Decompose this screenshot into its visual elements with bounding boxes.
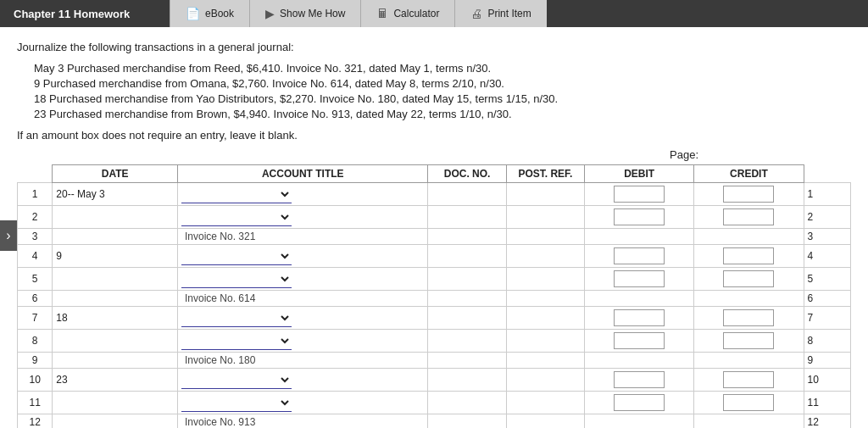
credit-input-11[interactable]: [723, 394, 774, 411]
credit-cell-6: [694, 291, 804, 307]
credit-input-1[interactable]: [723, 186, 774, 203]
transaction-3: 18 Purchased merchandise from Yao Distri…: [34, 92, 851, 105]
end-row-num-7: 7: [804, 307, 850, 330]
credit-cell-10[interactable]: [694, 369, 804, 392]
print-icon: 🖨: [470, 7, 482, 20]
transaction-list: May 3 Purchased merchandise from Reed, $…: [34, 62, 851, 120]
credit-cell-1[interactable]: [694, 183, 804, 206]
account-cell-7[interactable]: [178, 307, 428, 330]
nav-ebook[interactable]: 📄 eBook: [170, 0, 249, 27]
end-row-num-4: 4: [804, 245, 850, 268]
debit-cell-10[interactable]: [585, 369, 694, 392]
main-content: › Journalize the following transactions …: [0, 27, 868, 428]
nav-print-item[interactable]: 🖨 Print Item: [454, 0, 546, 27]
doc-no-cell-6: [428, 291, 506, 307]
instructions-text: Journalize the following transactions in…: [17, 41, 851, 53]
debit-input-5[interactable]: [614, 270, 665, 287]
debit-cell-4[interactable]: [585, 245, 694, 268]
row-num-12: 12: [18, 414, 53, 429]
account-cell-8[interactable]: [178, 330, 428, 353]
account-select-8[interactable]: [181, 331, 292, 350]
row-num-4: 4: [18, 245, 53, 268]
debit-cell-3: [585, 229, 694, 245]
debit-input-2[interactable]: [614, 208, 665, 225]
header-doc-no: DOC. NO.: [428, 165, 506, 183]
doc-no-cell-1: [428, 183, 506, 206]
post-ref-cell-6: [506, 291, 584, 307]
credit-input-5[interactable]: [723, 270, 774, 287]
debit-cell-1[interactable]: [585, 183, 694, 206]
credit-cell-2[interactable]: [694, 206, 804, 229]
post-ref-cell-11: [506, 392, 584, 414]
credit-input-8[interactable]: [723, 332, 774, 349]
debit-cell-8[interactable]: [585, 330, 694, 353]
credit-input-4[interactable]: [723, 247, 774, 264]
date-cell-10: 23: [53, 369, 178, 392]
doc-no-cell-8: [428, 330, 506, 353]
date-cell-11: [53, 392, 178, 414]
credit-input-7[interactable]: [723, 309, 774, 326]
credit-cell-4[interactable]: [694, 245, 804, 268]
debit-input-4[interactable]: [614, 247, 665, 264]
debit-cell-7[interactable]: [585, 307, 694, 330]
post-ref-cell-9: [506, 353, 584, 369]
row-num-6: 6: [18, 291, 53, 307]
account-cell-2[interactable]: [178, 206, 428, 229]
top-bar: Chapter 11 Homework 📄 eBook ▶ Show Me Ho…: [0, 0, 868, 27]
calculator-icon: 🖩: [376, 7, 388, 20]
debit-input-7[interactable]: [614, 309, 665, 326]
end-row-num-1: 1: [804, 183, 850, 206]
left-arrow-button[interactable]: ›: [0, 220, 17, 251]
credit-cell-7[interactable]: [694, 307, 804, 330]
credit-input-2[interactable]: [723, 208, 774, 225]
end-row-num-10: 10: [804, 369, 850, 392]
debit-input-11[interactable]: [614, 394, 665, 411]
date-cell-6: [53, 291, 178, 307]
account-select-10[interactable]: [181, 370, 292, 389]
account-cell-9: Invoice No. 180: [178, 353, 428, 369]
row-num-11: 11: [18, 392, 53, 414]
post-ref-cell-8: [506, 330, 584, 353]
account-select-11[interactable]: [181, 393, 292, 412]
debit-input-10[interactable]: [614, 371, 665, 388]
debit-input-1[interactable]: [614, 186, 665, 203]
debit-input-8[interactable]: [614, 332, 665, 349]
date-cell-3: [53, 229, 178, 245]
debit-cell-5[interactable]: [585, 268, 694, 291]
account-cell-10[interactable]: [178, 369, 428, 392]
date-cell-8: [53, 330, 178, 353]
end-row-num-11: 11: [804, 392, 850, 414]
account-select-2[interactable]: [181, 208, 292, 226]
account-select-5[interactable]: [181, 270, 292, 288]
transaction-1: May 3 Purchased merchandise from Reed, $…: [34, 62, 851, 75]
row-num-9: 9: [18, 353, 53, 369]
account-cell-4[interactable]: [178, 245, 428, 268]
account-cell-11[interactable]: [178, 392, 428, 414]
debit-cell-2[interactable]: [585, 206, 694, 229]
transaction-4: 23 Purchased merchandise from Brown, $4,…: [34, 108, 851, 120]
account-cell-5[interactable]: [178, 268, 428, 291]
date-cell-12: [53, 414, 178, 429]
nav-calculator[interactable]: 🖩 Calculator: [360, 0, 454, 27]
doc-no-cell-7: [428, 307, 506, 330]
account-select-4[interactable]: [181, 247, 292, 265]
credit-input-10[interactable]: [723, 371, 774, 388]
end-row-num-2: 2: [804, 206, 850, 229]
account-select-1[interactable]: [181, 185, 292, 203]
nav-ebook-label: eBook: [205, 8, 234, 19]
account-cell-1[interactable]: [178, 183, 428, 206]
post-ref-cell-3: [506, 229, 584, 245]
date-cell-4: 9: [53, 245, 178, 268]
transaction-2: 9 Purchased merchandise from Omana, $2,7…: [34, 77, 851, 90]
credit-cell-8[interactable]: [694, 330, 804, 353]
account-select-7[interactable]: [181, 308, 292, 327]
credit-cell-11[interactable]: [694, 392, 804, 414]
ebook-icon: 📄: [186, 7, 200, 20]
debit-cell-11[interactable]: [585, 392, 694, 414]
credit-cell-5[interactable]: [694, 268, 804, 291]
blank-note: If an amount box does not require an ent…: [17, 129, 851, 142]
doc-no-cell-3: [428, 229, 506, 245]
header-post-ref: POST. REF.: [506, 165, 584, 183]
row-num-5: 5: [18, 268, 53, 291]
nav-show-me-how[interactable]: ▶ Show Me How: [249, 0, 360, 27]
